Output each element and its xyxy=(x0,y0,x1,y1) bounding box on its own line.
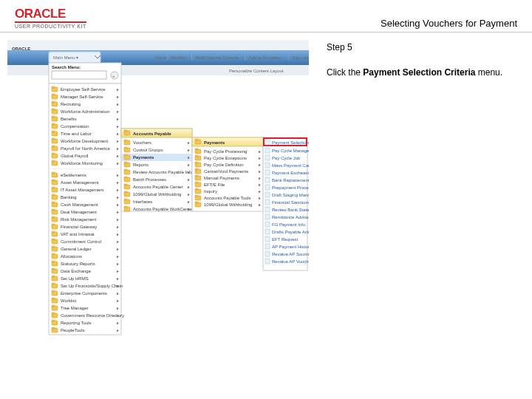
submenu-item[interactable]: Accounts Payable Center xyxy=(133,185,183,189)
sidebar-item[interactable]: Tree Manager xyxy=(61,306,88,310)
payment-selection-criteria-menu[interactable]: Payment Selection Criteria xyxy=(272,140,309,145)
menu-item[interactable]: EFT Request xyxy=(272,237,299,242)
submenu-item[interactable]: 1099/Global Withholding xyxy=(204,202,252,207)
sidebar-item[interactable]: Global Payroll xyxy=(61,154,88,158)
submenu-item[interactable]: Inquiry xyxy=(204,189,217,194)
svg-text:▸: ▸ xyxy=(117,321,119,325)
sidebar-item[interactable]: Reporting Tools xyxy=(61,321,92,325)
submenu-item[interactable]: Batch Processes xyxy=(133,177,166,182)
menu-item[interactable]: Drafts Payable Activity Report xyxy=(272,230,309,234)
menu-item[interactable]: Pay Cycle Manager xyxy=(272,149,309,153)
submenu-item[interactable]: Accounts Payable Tools xyxy=(204,196,251,200)
col3-header: Payments xyxy=(204,140,225,145)
nav-link[interactable]: Home xyxy=(155,55,168,60)
svg-text:▸: ▸ xyxy=(117,139,119,143)
sidebar-item[interactable]: IT Asset Management xyxy=(61,188,104,192)
sidebar-item[interactable]: Workforce Development xyxy=(61,139,109,143)
submenu-item[interactable]: Pay Cycle Definition xyxy=(204,163,244,167)
submenu-item[interactable]: Control Groups xyxy=(133,148,163,152)
menu-item[interactable]: Pay Cycle Job xyxy=(272,156,301,160)
svg-rect-21 xyxy=(52,109,55,110)
svg-rect-163 xyxy=(195,175,198,177)
sidebar-item[interactable]: General Ledger xyxy=(61,247,92,251)
sidebar-item[interactable]: Workforce Monitoring xyxy=(61,161,103,166)
sidebar-item[interactable]: Allocations xyxy=(61,254,82,259)
svg-rect-30 xyxy=(52,131,55,132)
nav-link[interactable]: Add to Favorites xyxy=(248,55,281,60)
svg-text:▸: ▸ xyxy=(117,239,119,244)
menu-item[interactable]: Financial Sanctions xyxy=(272,200,309,205)
sidebar-item[interactable]: Compensation xyxy=(61,124,89,129)
submenu-item[interactable]: Pay Cycle Processing xyxy=(204,149,247,154)
submenu-item[interactable]: Review Accounts Payable Info xyxy=(133,170,193,174)
svg-text:▸: ▸ xyxy=(188,148,190,152)
nav-link[interactable]: Sign out xyxy=(293,55,309,60)
main-menu-button[interactable]: Main Menu ▾ xyxy=(53,55,78,60)
svg-rect-55 xyxy=(52,194,55,196)
sidebar-item[interactable]: Deal Management xyxy=(61,210,97,214)
search-input[interactable] xyxy=(52,71,106,79)
sidebar-item[interactable]: Employee Self-Service xyxy=(61,87,106,92)
sidebar-item[interactable]: Banking xyxy=(61,195,77,200)
submenu-item[interactable]: Payments xyxy=(133,155,154,160)
sidebar-item[interactable]: Enterprise Components xyxy=(61,291,107,296)
submenu-item[interactable]: Pay Cycle Exceptions xyxy=(204,156,247,160)
submenu-item[interactable]: Manual Payments xyxy=(204,176,239,180)
menu-item[interactable]: Remittance Advice and Report xyxy=(272,215,309,219)
submenu-item[interactable]: 1099/Global Withholding xyxy=(133,192,181,197)
sidebar-item[interactable]: Risk Management xyxy=(61,217,97,222)
menu-item[interactable]: Bank Replacement Rules xyxy=(272,178,309,183)
submenu-item[interactable]: Vouchers xyxy=(133,140,151,145)
svg-text:▸: ▸ xyxy=(117,262,119,266)
svg-rect-94 xyxy=(52,290,55,292)
sidebar-item[interactable]: Government Resource Directory xyxy=(61,313,124,318)
personalize-bar[interactable]: Personalize Content Layout xyxy=(229,69,284,73)
sidebar-item[interactable]: Set Up HRMS xyxy=(61,276,89,281)
sidebar-item[interactable]: Data Exchange xyxy=(61,269,92,273)
menu-item[interactable]: Prepayment Processing xyxy=(272,185,309,190)
submenu-item[interactable]: EFT/E File xyxy=(204,183,225,187)
svg-rect-146 xyxy=(192,137,263,211)
submenu-item[interactable]: Reports xyxy=(133,163,149,167)
menu-item[interactable]: Draft Staging Management xyxy=(272,193,309,197)
menu-item[interactable]: Mass Payment Cancellation xyxy=(272,163,309,168)
instruction-bold: Payment Selection Criteria xyxy=(363,67,475,78)
svg-rect-58 xyxy=(52,202,55,203)
sidebar-item[interactable]: Time and Labor xyxy=(61,132,92,136)
col2-header: Accounts Payable xyxy=(133,132,171,136)
sidebar-item[interactable]: Asset Management xyxy=(61,180,99,185)
menu-item[interactable]: Payment Escheatment xyxy=(272,171,309,175)
nav-link[interactable]: Worklist xyxy=(171,55,187,60)
menu-item[interactable]: Revalue AP Source File xyxy=(272,252,309,256)
submenu-item[interactable]: Interfaces xyxy=(133,200,152,204)
menu-item[interactable]: Revalue AP Voucher File xyxy=(272,259,309,264)
sidebar-item[interactable]: Workforce Administration xyxy=(61,109,110,114)
menu-item[interactable]: FG Payment Info xyxy=(272,222,306,227)
sidebar-item[interactable]: Cash Management xyxy=(61,202,98,207)
nav-link[interactable]: MultiChannel Console xyxy=(195,55,239,60)
sidebar-item[interactable]: Benefits xyxy=(61,117,77,121)
sidebar-item[interactable]: Set Up Financials/Supply Chain xyxy=(61,284,123,288)
svg-rect-49 xyxy=(52,180,55,181)
svg-rect-12 xyxy=(52,86,55,88)
svg-text:▸: ▸ xyxy=(117,132,119,136)
sidebar-item[interactable]: eSettlements xyxy=(61,173,86,177)
svg-text:▸: ▸ xyxy=(117,328,119,332)
menu-item[interactable]: Review Bank Statement & Payment xyxy=(272,208,309,212)
menu-item[interactable]: AP Payment History by Bank xyxy=(272,245,309,249)
sidebar-item[interactable]: Commitment Control xyxy=(61,239,101,244)
svg-text:▸: ▸ xyxy=(117,188,119,192)
sidebar-item[interactable]: PeopleTools xyxy=(61,328,85,332)
submenu-item[interactable]: Cancel/Void Payments xyxy=(204,169,248,174)
sidebar-item[interactable]: Manager Self-Service xyxy=(61,95,103,99)
sidebar-item[interactable]: Financial Gateway xyxy=(61,225,97,229)
svg-rect-160 xyxy=(195,168,198,170)
sidebar-item[interactable]: Statutory Reports xyxy=(61,262,95,266)
sidebar-item[interactable]: Payroll for North America xyxy=(61,146,110,151)
sidebar-item[interactable]: Recruiting xyxy=(61,102,81,106)
svg-rect-52 xyxy=(52,187,55,188)
sidebar-item[interactable]: Worklist xyxy=(61,299,77,303)
sidebar-item[interactable]: VAT and Intrastat xyxy=(61,232,95,236)
submenu-item[interactable]: Accounts Payable WorkCenter xyxy=(133,207,194,211)
svg-text:▸: ▸ xyxy=(188,207,190,211)
